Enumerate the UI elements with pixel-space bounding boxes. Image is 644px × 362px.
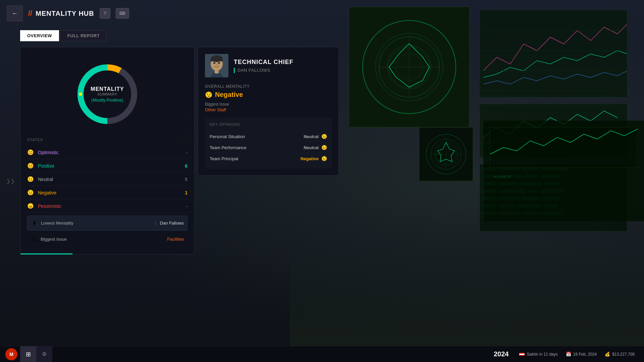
opinion-personal-emoji: 😐 (321, 134, 327, 139)
person-info: TECHNICAL CHIEF DAN FALLOWS (234, 59, 332, 73)
top-bar: ← // MENTALITY HUB ? ⌨ (0, 0, 644, 27)
person-header: TECHNICAL CHIEF DAN FALLOWS (205, 54, 332, 77)
svg-rect-13 (490, 127, 638, 168)
opinion-personal-value: Neutral (304, 134, 319, 139)
lowest-mentality-value: Dan Fallows (160, 221, 184, 226)
status-year: 2024 (494, 350, 509, 358)
mentality-emoji: 😟 (205, 91, 212, 99)
progress-bar (20, 253, 72, 254)
svg-point-19 (79, 93, 82, 96)
grid-view-button[interactable]: ⊞ (20, 346, 36, 362)
calendar-icon: 📅 (566, 352, 571, 357)
state-pessimistic-name: Pessimistic (38, 203, 181, 209)
optimistic-icon: 😊 (27, 149, 34, 156)
status-money-text: $13,227,709 (612, 352, 635, 357)
title-area: // MENTALITY HUB (28, 9, 94, 18)
state-neutral-name: Neutral (38, 177, 181, 182)
status-bar: M ⊞ ⚙ 2024 Sakhir in 11 days 📅 18 Feb, 2… (0, 346, 644, 362)
svg-point-6 (396, 54, 423, 80)
donut-chart: MENTALITY SUMMARY (Mostly Positive) (74, 61, 141, 128)
biggest-issue-label: Biggest Issue (41, 237, 167, 242)
mentality-panel: MENTALITY SUMMARY (Mostly Positive) STAT… (20, 47, 195, 255)
svg-point-25 (218, 62, 220, 64)
key-opinions-section: KEY OPINIONS Personal Situation Neutral … (205, 118, 332, 169)
name-divider-bar (234, 68, 235, 73)
office-desk-area (290, 239, 644, 346)
overall-mentality-value: Negative (215, 91, 243, 99)
svg-point-10 (436, 144, 456, 164)
overall-mentality-label: OVERALL MENTALITY (205, 84, 332, 89)
state-negative-name: Negative (38, 190, 181, 195)
svg-rect-23 (211, 59, 223, 61)
donut-status: (Mostly Positive) (91, 98, 124, 103)
help-button[interactable]: ? (100, 8, 110, 19)
state-row-negative: 😟 Negative 1 (27, 186, 187, 199)
status-date: 📅 18 Feb, 2024 (566, 352, 597, 357)
opinion-principal-value: Negative (301, 156, 319, 161)
info-rows: ⬇ Lowest Mentality | Dan Fallows ⚠ Bigge… (27, 216, 187, 246)
opinion-row-team: Team Performance Neutral 😐 (210, 142, 327, 153)
keyboard-button[interactable]: ⌨ (116, 8, 129, 19)
state-optimistic-count: - (181, 150, 187, 155)
lowest-mentality-label: Lowest Mentality (41, 221, 152, 226)
opinion-team-label: Team Performance (210, 145, 304, 150)
person-role: TECHNICAL CHIEF (234, 59, 332, 66)
small-radar-display (426, 134, 466, 174)
bahrain-flag-icon (519, 353, 525, 356)
person-avatar (205, 54, 228, 77)
bg-small-radar (419, 127, 473, 181)
tab-full-report[interactable]: FULL REPORT (60, 30, 107, 41)
radar-display (362, 20, 456, 114)
state-row-pessimistic: 😠 Pessimistic - (27, 199, 187, 213)
money-icon: 💰 (605, 352, 610, 357)
mentality-value: 😟 Negative (205, 91, 332, 99)
state-neutral-count: 5 (181, 177, 187, 182)
status-money: 💰 $13,227,709 (605, 352, 635, 357)
biggest-issue-detail-label: Biggest Issue (205, 102, 332, 107)
person-name: DAN FALLOWS (237, 68, 270, 73)
key-opinions-label: KEY OPINIONS (210, 122, 327, 126)
status-date-text: 18 Feb, 2024 (573, 352, 597, 357)
state-pessimistic-count: - (181, 203, 187, 209)
app-logo: M (5, 348, 17, 360)
states-label: STATES (27, 138, 187, 142)
state-negative-count: 1 (181, 190, 187, 195)
mentality-section: OVERALL MENTALITY 😟 Negative Biggest Iss… (205, 84, 332, 112)
svg-point-9 (431, 139, 461, 169)
status-location: Sakhir in 11 days (519, 352, 557, 357)
settings-button[interactable]: ⚙ (36, 346, 52, 362)
negative-icon: 😟 (27, 189, 34, 196)
biggest-issue-row[interactable]: ⚠ Biggest Issue Facilities (27, 232, 187, 246)
biggest-issue-detail-value: Other Staff (205, 107, 332, 112)
lowest-mentality-row[interactable]: ⬇ Lowest Mentality | Dan Fallows (27, 216, 187, 231)
neutral-icon: 😐 (27, 176, 34, 182)
opinion-row-principal: Team Principal Negative 😟 (210, 153, 327, 164)
svg-point-24 (213, 62, 215, 64)
state-row-optimistic: 😊 Optimistic - (27, 146, 187, 159)
opinion-row-personal: Personal Situation Neutral 😐 (210, 131, 327, 142)
opinion-principal-label: Team Principal (210, 156, 301, 161)
title-slash-icon: // (28, 9, 32, 18)
state-positive-count: 6 (181, 163, 187, 169)
opinion-personal-label: Personal Situation (210, 134, 304, 139)
opinion-team-emoji: 😐 (321, 145, 327, 150)
state-optimistic-name: Optimistic (38, 150, 181, 155)
donut-title: MENTALITY (91, 86, 124, 92)
svg-rect-26 (215, 70, 219, 73)
bg-right-monitor: ACS ACE SF (483, 121, 644, 221)
back-button[interactable]: ← (7, 5, 23, 21)
states-section: STATES 😊 Optimistic - 😊 Positive 6 😐 Neu… (27, 138, 187, 213)
donut-subtitle: SUMMARY (91, 92, 124, 96)
opinion-team-value: Neutral (304, 145, 319, 150)
opinion-principal-emoji: 😟 (321, 156, 327, 161)
pessimistic-icon: 😠 (27, 203, 34, 209)
state-row-neutral: 😐 Neutral 5 (27, 173, 187, 186)
donut-chart-area: MENTALITY SUMMARY (Mostly Positive) (27, 54, 187, 131)
positive-icon: 😊 (27, 163, 34, 169)
person-name-bar: DAN FALLOWS (234, 68, 332, 73)
page-title: MENTALITY HUB (36, 10, 94, 17)
svg-point-5 (387, 45, 431, 89)
tab-overview[interactable]: OVERVIEW (20, 30, 59, 41)
alert-icon: ⚠ (31, 236, 37, 242)
state-positive-name: Positive (38, 163, 181, 169)
